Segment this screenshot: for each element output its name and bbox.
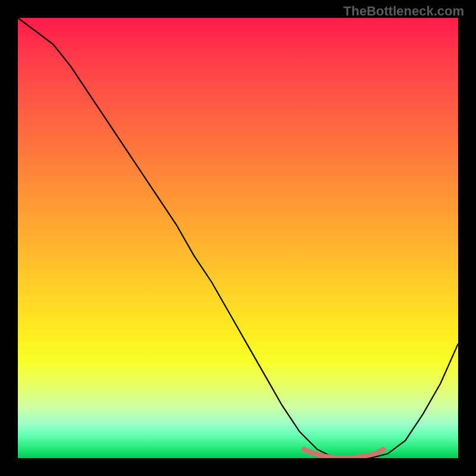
watermark-text: TheBottleneck.com (343, 4, 464, 19)
optimal-band-marker (304, 449, 383, 458)
bottleneck-curve (18, 18, 458, 458)
chart-svg (18, 18, 458, 458)
chart-plot-area (18, 18, 458, 458)
